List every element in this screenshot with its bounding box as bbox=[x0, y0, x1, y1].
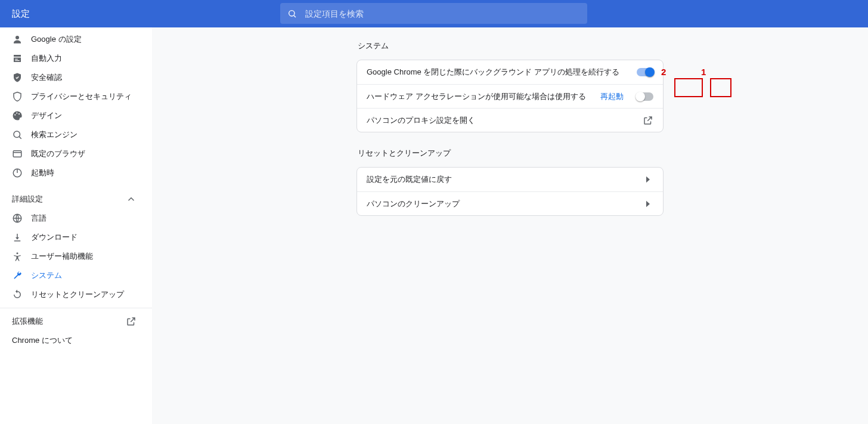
annotation-label-1: 1 bbox=[701, 67, 706, 77]
svg-rect-4 bbox=[15, 60, 20, 61]
reset-card: 設定を元の既定値に戻す パソコンのクリーンアップ bbox=[356, 167, 664, 216]
sidebar-advanced-toggle[interactable]: 詳細設定 bbox=[0, 190, 152, 209]
sidebar-label: Google の設定 bbox=[31, 34, 82, 45]
sidebar-item-privacy[interactable]: プライバシーとセキュリティ bbox=[0, 87, 146, 106]
restart-link[interactable]: 再起動 bbox=[600, 91, 624, 102]
sidebar-label: デザイン bbox=[31, 110, 62, 121]
toggle-hardware-accel[interactable] bbox=[637, 92, 653, 101]
sidebar: Google の設定 自動入力 安全確認 プライバシーとセキュリティ デザイン … bbox=[0, 27, 152, 424]
about-label: Chrome について bbox=[12, 335, 73, 346]
svg-line-9 bbox=[19, 137, 21, 138]
reset-icon bbox=[12, 289, 31, 300]
svg-point-16 bbox=[17, 252, 18, 254]
search-box[interactable] bbox=[280, 3, 587, 24]
sidebar-label: システム bbox=[31, 270, 62, 281]
download-icon bbox=[12, 232, 31, 243]
sidebar-label: ダウンロード bbox=[31, 232, 78, 243]
sidebar-label: 自動入力 bbox=[31, 53, 62, 64]
sidebar-item-design[interactable]: デザイン bbox=[0, 106, 146, 125]
sidebar-item-reset[interactable]: リセットとクリーンアップ bbox=[0, 285, 146, 304]
search-icon bbox=[287, 9, 297, 18]
sidebar-label: 言語 bbox=[31, 213, 46, 224]
person-icon bbox=[12, 34, 31, 45]
svg-point-6 bbox=[16, 112, 17, 113]
external-link-icon bbox=[126, 316, 137, 327]
svg-line-1 bbox=[294, 16, 296, 17]
sidebar-item-search[interactable]: 検索エンジン bbox=[0, 125, 146, 144]
row-label: 設定を元の既定値に戻す bbox=[367, 174, 643, 185]
sidebar-item-language[interactable]: 言語 bbox=[0, 209, 146, 228]
toggle-background-apps[interactable] bbox=[637, 68, 653, 76]
sidebar-label: 安全確認 bbox=[31, 72, 62, 83]
wrench-icon bbox=[12, 270, 31, 281]
row-label: パソコンのクリーンアップ bbox=[367, 199, 643, 209]
search-input[interactable] bbox=[305, 9, 580, 18]
system-section-title: システム bbox=[356, 41, 664, 60]
sidebar-label: 起動時 bbox=[31, 168, 54, 178]
svg-rect-3 bbox=[15, 59, 18, 60]
system-card: Google Chrome を閉じた際にバックグラウンド アプリの処理を続行する… bbox=[356, 60, 664, 132]
row-label: Google Chrome を閉じた際にバックグラウンド アプリの処理を続行する bbox=[367, 67, 637, 78]
sidebar-item-google[interactable]: Google の設定 bbox=[0, 30, 146, 49]
sidebar-item-about[interactable]: Chrome について bbox=[0, 331, 152, 350]
sidebar-item-system[interactable]: システム bbox=[0, 266, 146, 285]
shield-check-icon bbox=[12, 72, 31, 83]
browser-icon bbox=[12, 148, 31, 159]
svg-point-5 bbox=[14, 114, 16, 115]
row-label: ハードウェア アクセラレーションが使用可能な場合は使用する bbox=[367, 91, 600, 102]
shield-icon bbox=[12, 91, 31, 102]
row-hardware-accel[interactable]: ハードウェア アクセラレーションが使用可能な場合は使用する 再起動 bbox=[357, 84, 663, 108]
app-title: 設定 bbox=[0, 8, 30, 20]
globe-icon bbox=[12, 213, 31, 224]
sidebar-item-startup[interactable]: 起動時 bbox=[0, 163, 146, 182]
annotation-box-2 bbox=[674, 78, 703, 97]
chevron-up-icon bbox=[126, 194, 137, 205]
main-content: システム Google Chrome を閉じた際にバックグラウンド アプリの処理… bbox=[152, 27, 868, 424]
sidebar-item-download[interactable]: ダウンロード bbox=[0, 228, 146, 247]
annotation-box-1 bbox=[710, 78, 731, 97]
reset-section-title: リセットとクリーンアップ bbox=[356, 148, 664, 167]
row-proxy[interactable]: パソコンのプロキシ設定を開く bbox=[357, 108, 663, 132]
sidebar-label: ユーザー補助機能 bbox=[31, 251, 93, 262]
palette-icon bbox=[12, 110, 31, 121]
svg-point-0 bbox=[289, 10, 294, 16]
sidebar-label: 検索エンジン bbox=[31, 129, 78, 140]
row-label: パソコンのプロキシ設定を開く bbox=[367, 115, 643, 126]
svg-rect-10 bbox=[13, 151, 21, 157]
svg-point-2 bbox=[16, 36, 19, 39]
svg-point-8 bbox=[14, 131, 20, 138]
chevron-right-icon bbox=[643, 174, 653, 185]
search-icon bbox=[12, 129, 31, 140]
row-reset-defaults[interactable]: 設定を元の既定値に戻す bbox=[357, 168, 663, 191]
row-cleanup[interactable]: パソコンのクリーンアップ bbox=[357, 191, 663, 215]
sidebar-item-accessibility[interactable]: ユーザー補助機能 bbox=[0, 247, 146, 266]
sidebar-item-autofill[interactable]: 自動入力 bbox=[0, 49, 146, 68]
top-bar: 設定 bbox=[0, 0, 868, 27]
external-link-icon bbox=[643, 115, 653, 126]
sidebar-label: 既定のブラウザ bbox=[31, 148, 85, 159]
extensions-label: 拡張機能 bbox=[12, 316, 43, 327]
power-icon bbox=[12, 168, 31, 178]
sidebar-item-extensions[interactable]: 拡張機能 bbox=[0, 312, 152, 331]
autofill-icon bbox=[12, 53, 31, 64]
sidebar-item-safety[interactable]: 安全確認 bbox=[0, 68, 146, 87]
chevron-right-icon bbox=[643, 199, 653, 209]
advanced-label: 詳細設定 bbox=[12, 194, 43, 205]
sidebar-label: プライバシーとセキュリティ bbox=[31, 91, 132, 102]
row-background-apps[interactable]: Google Chrome を閉じた際にバックグラウンド アプリの処理を続行する bbox=[357, 60, 663, 84]
sidebar-item-default-browser[interactable]: 既定のブラウザ bbox=[0, 144, 146, 163]
accessibility-icon bbox=[12, 251, 31, 262]
sidebar-label: リセットとクリーンアップ bbox=[31, 289, 124, 300]
svg-point-7 bbox=[18, 113, 20, 114]
